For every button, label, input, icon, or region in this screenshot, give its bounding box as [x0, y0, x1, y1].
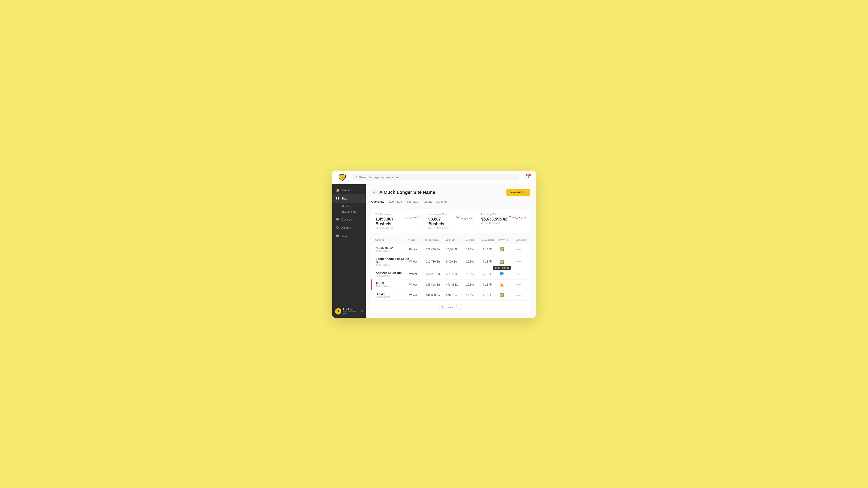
team-icon: [336, 234, 339, 238]
device-cell: Bin #5 Airdrie, Alberta: [376, 292, 409, 298]
tab-site-map[interactable]: Site Map: [406, 199, 418, 205]
new-action-button[interactable]: New Action: [506, 189, 530, 196]
tab-overview[interactable]: Overview: [371, 199, 384, 205]
avg-mc-cell: 19.8%: [466, 248, 483, 251]
tab-settings[interactable]: Settings: [437, 199, 447, 205]
th-inventory: INVENTORY: [425, 239, 445, 242]
sites-icon: [336, 197, 339, 200]
row-actions-button[interactable]: •••: [517, 248, 526, 252]
row-actions-button[interactable]: •••: [517, 272, 526, 276]
device-cell: South Bin #1 Airdrie, Alberta: [376, 247, 409, 252]
sidebar: 🏠 Home Sites: [332, 184, 366, 318]
sidebar-sub-all-sites[interactable]: All sites: [340, 203, 366, 209]
page-header: ← A Much Longer Site Name New Action: [371, 189, 530, 196]
svg-rect-6: [336, 197, 337, 198]
row-actions-button[interactable]: •••: [517, 283, 526, 287]
notification-button[interactable]: 10+: [523, 173, 531, 182]
next-page-button[interactable]: ›: [456, 304, 462, 310]
svg-rect-7: [338, 197, 339, 198]
app-logo-icon: ≡: [338, 173, 346, 182]
sidebar-item-devices[interactable]: Devices: [332, 215, 366, 224]
device-location: Airdrie, Alberta: [376, 274, 409, 277]
sparkline-total-inventory: [405, 213, 420, 222]
main-content: ← A Much Longer Site Name New Action Ove…: [366, 184, 536, 318]
svg-point-13: [337, 227, 338, 228]
search-input[interactable]: [359, 175, 516, 179]
stats-row: Total Inventory 1,453,867 Bushels 14 Dev…: [371, 209, 530, 233]
status-cell: ✅: [500, 247, 516, 252]
stat-sub-total-inventory: 14 Devices in Site: [375, 227, 405, 229]
row-actions-button[interactable]: •••: [517, 260, 526, 264]
main-layout: 🏠 Home Sites: [332, 184, 536, 318]
svg-rect-9: [338, 198, 339, 199]
sidebar-sub-site-settings[interactable]: Site settings: [340, 209, 366, 215]
search-bar[interactable]: [351, 174, 520, 181]
inventory-cell: 212,739 Bu: [426, 260, 446, 263]
avg-mc-cell: 19.8%: [466, 294, 483, 297]
svg-rect-8: [336, 198, 337, 199]
at-risk-cell: 6,321 Bu: [446, 294, 466, 297]
tabs: Overview Event Log Site Map Actions Sett…: [371, 199, 530, 205]
avg-temp-cell: 71.3 °F: [483, 248, 500, 251]
nav-items: 🏠 Home Sites: [332, 184, 366, 305]
device-name: Bin #5: [376, 292, 409, 296]
avg-mc-cell: 19.8%: [466, 283, 483, 286]
avg-temp-cell: 71.3 °F: [483, 272, 500, 275]
device-name: Longer Name For South Bi...: [376, 257, 409, 264]
stat-total-inventory: Total Inventory 1,453,867 Bushels 14 Dev…: [371, 209, 424, 233]
sidebar-item-sites[interactable]: Sites: [332, 194, 366, 203]
sidebar-item-actions[interactable]: Actions: [332, 224, 366, 232]
settings-icon[interactable]: ⚙: [360, 310, 363, 313]
sidebar-item-home-label: Home: [342, 188, 350, 192]
back-button[interactable]: ←: [371, 189, 377, 195]
inventory-cell: 322,408 Bu: [426, 248, 446, 251]
at-risk-cell: 16,344 Bu: [446, 248, 466, 251]
tab-actions[interactable]: Actions: [423, 199, 432, 205]
svg-line-4: [356, 177, 357, 178]
table-header: DEVICE TYPE INVENTORY AT RISK AVG MC AVG…: [371, 237, 530, 244]
th-status: Status: [499, 239, 516, 242]
table-row: Bin #3 Airdrie, Alberta Wheat 165,408 Bu…: [371, 280, 530, 290]
at-risk-cell: 8,737 Bu: [446, 272, 466, 275]
th-avg-mc: AVG MC: [465, 239, 482, 242]
type-cell: Wheat: [409, 294, 426, 297]
stat-sub-inventory-risk: $604,840.23 at risk: [428, 227, 456, 229]
svg-point-3: [355, 176, 356, 178]
sidebar-item-actions-label: Actions: [341, 226, 351, 230]
logo-area: ≡: [337, 173, 348, 182]
sidebar-item-home[interactable]: 🏠 Home: [332, 186, 366, 194]
sidebar-item-devices-label: Devices: [341, 218, 352, 221]
th-avg-temp: AVG TEMP: [482, 239, 499, 242]
page-title: A Much Longer Site Name: [379, 190, 435, 195]
th-actions: Actions: [516, 239, 527, 242]
type-cell: Wheat: [409, 283, 426, 286]
grid-icon: [336, 197, 339, 200]
stat-value-total-inventory: 1,453,867 Bushels: [375, 217, 405, 226]
type-cell: Wheat: [409, 272, 426, 275]
status-cell: ✅: [500, 293, 516, 297]
search-icon: [354, 176, 358, 179]
svg-point-12: [336, 226, 339, 229]
th-device: DEVICE: [375, 239, 408, 242]
prev-page-button[interactable]: ‹: [439, 304, 445, 310]
scan-running-tooltip: Scan Running: [493, 266, 511, 270]
status-cell: Scan Running: [500, 271, 516, 277]
at-risk-cell: 9,399 Bu: [446, 260, 466, 263]
user-avatar: EL: [335, 308, 341, 315]
avg-temp-cell: 71.3 °F: [483, 294, 500, 297]
type-cell: Wheat: [409, 260, 426, 263]
tab-event-log[interactable]: Event Log: [389, 199, 402, 205]
page-info: 1 / 3: [448, 305, 453, 308]
sidebar-item-team[interactable]: Team: [332, 232, 366, 240]
inventory-cell: 208,237 Bu: [426, 272, 446, 275]
device-name: Another South Bin: [376, 271, 409, 274]
warning-icon: !: [500, 283, 504, 287]
row-actions-button[interactable]: •••: [517, 293, 526, 297]
inventory-cell: 142,658 Bu: [426, 294, 446, 297]
svg-point-10: [336, 218, 339, 220]
avg-mc-cell: 19.8%: [466, 272, 483, 275]
sidebar-item-team-label: Team: [341, 234, 348, 238]
device-cell: Longer Name For South Bi... Airdrie, Alb…: [376, 257, 409, 266]
actions-icon: [336, 226, 339, 230]
device-name: South Bin #1: [376, 247, 409, 250]
